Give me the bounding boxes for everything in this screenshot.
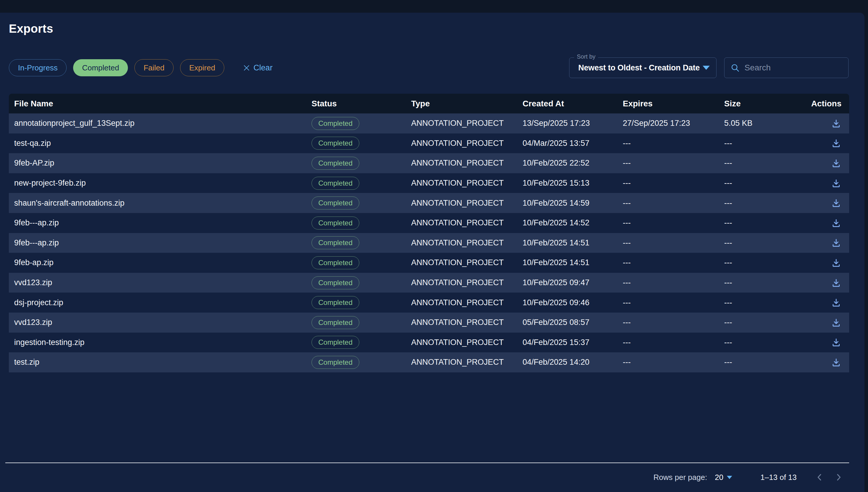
cell-status: Completed [312, 177, 411, 190]
download-button[interactable] [831, 277, 842, 288]
table-row: vvd123.zip Completed ANNOTATION_PROJECT … [9, 313, 849, 333]
cell-actions [815, 238, 849, 248]
download-icon [831, 297, 842, 308]
col-actions: Actions [815, 99, 849, 108]
cell-created-at: 10/Feb/2025 14:51 [523, 238, 623, 247]
cell-created-at: 10/Feb/2025 14:52 [523, 218, 623, 227]
download-button[interactable] [831, 138, 842, 148]
filter-chip-failed[interactable]: Failed [135, 59, 174, 76]
download-button[interactable] [831, 257, 842, 268]
cell-actions [815, 277, 849, 288]
filter-chip-in-progress[interactable]: In-Progress [9, 59, 67, 76]
cell-expires: --- [623, 338, 724, 347]
cell-status: Completed [312, 316, 411, 329]
cell-size: --- [724, 338, 815, 347]
table-row: 9feb-ap.zip Completed ANNOTATION_PROJECT… [9, 253, 849, 273]
status-badge: Completed [312, 157, 359, 170]
status-badge: Completed [312, 316, 359, 329]
download-icon [831, 238, 842, 248]
status-badge: Completed [312, 296, 359, 309]
col-file-name: File Name [9, 99, 312, 108]
download-button[interactable] [831, 238, 842, 248]
clear-filters-button[interactable]: Clear [243, 63, 273, 72]
sort-by-dropdown[interactable]: Sort by Newest to Oldest - Creation Date [569, 57, 717, 78]
chevron-down-icon [727, 476, 732, 479]
table-row: new-project-9feb.zip Completed ANNOTATIO… [9, 173, 849, 193]
cell-actions [815, 337, 849, 348]
cell-expires: --- [623, 298, 724, 307]
cell-type: ANNOTATION_PROJECT [411, 358, 523, 367]
table-row: test-qa.zip Completed ANNOTATION_PROJECT… [9, 133, 849, 153]
cell-file-name: test.zip [9, 358, 312, 367]
col-expires: Expires [623, 99, 724, 108]
rows-per-page-label: Rows per page: [653, 473, 707, 482]
cell-created-at: 13/Sep/2025 17:23 [523, 119, 623, 128]
cell-file-name: annotationproject_gulf_13Sept.zip [9, 119, 312, 128]
cell-actions [815, 118, 849, 129]
cell-actions [815, 178, 849, 189]
status-badge: Completed [312, 197, 359, 210]
table-row: vvd123.zip Completed ANNOTATION_PROJECT … [9, 273, 849, 293]
cell-file-name: 9feb---ap.zip [9, 218, 312, 227]
filter-chip-completed[interactable]: Completed [73, 59, 128, 76]
cell-created-at: 10/Feb/2025 15:13 [523, 178, 623, 188]
cell-expires: --- [623, 199, 724, 208]
next-page-button[interactable] [832, 471, 845, 484]
cell-file-name: dsj-project.zip [9, 298, 312, 307]
download-button[interactable] [831, 218, 842, 228]
download-button[interactable] [831, 337, 842, 348]
page-title: Exports [9, 22, 53, 35]
cell-actions [815, 138, 849, 148]
download-button[interactable] [831, 317, 842, 328]
cell-file-name: 9feb-AP.zip [9, 158, 312, 168]
close-icon [243, 64, 250, 72]
download-icon [831, 178, 842, 189]
cell-expires: --- [623, 358, 724, 367]
cell-type: ANNOTATION_PROJECT [411, 278, 523, 287]
cell-actions [815, 257, 849, 268]
cell-type: ANNOTATION_PROJECT [411, 199, 523, 208]
rows-per-page-select[interactable]: 20 [715, 473, 732, 482]
table-row: shaun's-aircraft-annotations.zip Complet… [9, 193, 849, 213]
status-badge: Completed [312, 217, 359, 229]
cell-file-name: vvd123.zip [9, 318, 312, 327]
search-box [724, 57, 848, 78]
cell-size: --- [724, 238, 815, 247]
previous-page-button[interactable] [813, 471, 826, 484]
cell-status: Completed [312, 217, 411, 229]
pagination-range: 1–13 of 13 [761, 473, 797, 482]
download-button[interactable] [831, 178, 842, 189]
download-button[interactable] [831, 297, 842, 308]
cell-expires: --- [623, 178, 724, 188]
status-badge: Completed [312, 276, 359, 289]
cell-type: ANNOTATION_PROJECT [411, 139, 523, 148]
chevron-left-icon [815, 472, 824, 482]
col-created-at: Created At [523, 99, 623, 108]
status-badge: Completed [312, 117, 359, 130]
download-button[interactable] [831, 118, 842, 129]
cell-file-name: vvd123.zip [9, 278, 312, 287]
status-badge: Completed [312, 137, 359, 150]
download-button[interactable] [831, 357, 842, 368]
table-row: annotationproject_gulf_13Sept.zip Comple… [9, 114, 849, 133]
cell-size: --- [724, 358, 815, 367]
table-row: 9feb-AP.zip Completed ANNOTATION_PROJECT… [9, 153, 849, 173]
cell-created-at: 10/Feb/2025 14:51 [523, 258, 623, 267]
cell-expires: 27/Sep/2025 17:23 [623, 119, 724, 128]
download-icon [831, 138, 842, 148]
search-input[interactable] [745, 63, 851, 72]
download-icon [831, 357, 842, 368]
cell-expires: --- [623, 139, 724, 148]
cell-type: ANNOTATION_PROJECT [411, 218, 523, 227]
status-filter-chips: In-Progress Completed Failed Expired Cle… [9, 59, 273, 76]
download-button[interactable] [831, 198, 842, 208]
table-row: test.zip Completed ANNOTATION_PROJECT 04… [9, 352, 849, 372]
cell-status: Completed [312, 157, 411, 170]
cell-type: ANNOTATION_PROJECT [411, 178, 523, 188]
cell-size: --- [724, 218, 815, 227]
download-icon [831, 218, 842, 228]
sort-by-value: Newest to Oldest - Creation Date [578, 63, 700, 72]
filter-chip-expired[interactable]: Expired [180, 59, 224, 76]
download-button[interactable] [831, 158, 842, 169]
cell-status: Completed [312, 117, 411, 130]
